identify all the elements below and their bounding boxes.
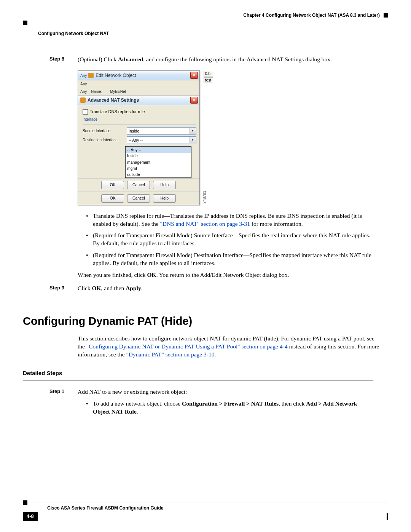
chapter-label: Chapter 4 Configuring Network Object NAT… xyxy=(243,12,380,18)
source-interface-value: Inside xyxy=(129,128,139,134)
advanced-nat-titlebar: Advanced NAT Settings × xyxy=(78,96,199,105)
adv-button-row: OK Cancel Help xyxy=(78,178,199,192)
side-chip-2: test xyxy=(204,77,213,83)
side-chip-1: 0.0. xyxy=(204,71,213,77)
close-icon[interactable]: × xyxy=(190,97,198,104)
name-row: Any Name: MyInsNet xyxy=(78,88,199,96)
adv-title: Advanced NAT Settings xyxy=(88,97,139,103)
page-header: Chapter 4 Configuring Network Object NAT… xyxy=(23,12,388,18)
finish-b: OK xyxy=(147,272,156,278)
footer-rule xyxy=(31,503,388,503)
dns-nat-link[interactable]: "DNS and NAT" section on page 3-31 xyxy=(160,220,250,227)
source-interface-select[interactable]: Inside ▾ xyxy=(127,127,196,135)
intro-paragraph: This section describes how to configure … xyxy=(23,335,388,359)
step9-a: Click xyxy=(78,285,92,291)
section-label: Configuring Network Object NAT xyxy=(23,24,388,37)
help-button[interactable]: Help xyxy=(153,181,176,189)
name-value: MyInsNet xyxy=(110,89,126,94)
step1-bullets: To add a new network object, choose Conf… xyxy=(78,400,381,416)
step1-text: Add NAT to a new or existing network obj… xyxy=(78,388,381,396)
destination-interface-dropdown[interactable]: -- Any -- Inside management mgmt outside xyxy=(125,146,191,178)
close-icon[interactable]: × xyxy=(190,72,198,79)
step8-text-a: (Optional) Click xyxy=(78,56,118,62)
bg-any-row: Any xyxy=(78,80,199,88)
intro-c: . xyxy=(214,351,216,358)
s1b-a: To add a new network object, choose xyxy=(93,400,182,407)
page-number: 4-8 xyxy=(23,512,38,521)
step-1-label: Step 1 xyxy=(23,388,78,420)
step8-bullets: Translate DNS replies for rule—Translate… xyxy=(78,212,381,268)
source-interface-label: Source Interface: xyxy=(83,128,124,134)
finish-a: When you are finished, click xyxy=(78,272,147,278)
s1b-b: Configuration > Firewall > NAT Rules xyxy=(182,400,279,407)
footer-square-icon xyxy=(23,500,27,505)
translate-dns-label: Translate DNS replies for rule xyxy=(90,109,145,115)
step9-c: , and then xyxy=(101,285,126,291)
dropdown-option[interactable]: Inside xyxy=(126,153,191,159)
dynamic-pat-link[interactable]: "Dynamic PAT" section on page 3-10 xyxy=(126,351,214,358)
step-9-label: Step 9 xyxy=(23,284,78,292)
edit-title: Edit Network Object xyxy=(96,72,136,78)
finish-text: When you are finished, click OK. You ret… xyxy=(78,271,381,279)
pat-pool-link[interactable]: "Configuring Dynamic NAT or Dynamic PAT … xyxy=(86,343,288,350)
chevron-down-icon[interactable]: ▾ xyxy=(190,128,196,134)
cancel-button[interactable]: Cancel xyxy=(127,181,150,189)
fieldset-line xyxy=(83,125,196,125)
section-heading: Configuring Dynamic PAT (Hide) xyxy=(23,314,388,329)
step-8-label: Step 8 xyxy=(23,56,78,279)
destination-interface-select[interactable]: -- Any -- ▾ xyxy=(127,136,196,144)
dropdown-option[interactable]: -- Any -- xyxy=(126,147,191,153)
edit-button-row: OK Cancel Help xyxy=(78,192,199,205)
step9-b: OK xyxy=(92,285,101,291)
interface-fieldset-label: Interface xyxy=(83,117,196,123)
finish-c: . You return to the Add/Edit Network Obj… xyxy=(156,272,289,278)
bg-any-1: Any xyxy=(80,73,87,78)
ok-button[interactable]: OK xyxy=(101,181,124,189)
bg-any-2: Any xyxy=(80,81,87,87)
chevron-down-icon[interactable]: ▾ xyxy=(190,137,196,143)
image-id: 248781 xyxy=(202,191,207,205)
step-1: Step 1 Add NAT to a new or existing netw… xyxy=(23,388,388,420)
step1-bullet: To add a new network object, choose Conf… xyxy=(86,400,374,416)
header-square-left-icon xyxy=(23,21,27,25)
destination-interface-label: Destination Interface: xyxy=(83,137,124,143)
bullet-source: (Required for Transparent Firewall Mode)… xyxy=(86,232,374,248)
bullet-dns: Translate DNS replies for rule—Translate… xyxy=(86,212,374,228)
page-footer: Cisco ASA Series Firewall ASDM Configura… xyxy=(23,500,388,521)
dropdown-option[interactable]: mgmt xyxy=(126,165,191,171)
step-9: Step 9 Click OK, and then Apply. xyxy=(23,284,388,292)
destination-interface-value: -- Any -- xyxy=(129,137,143,143)
cancel-button[interactable]: Cancel xyxy=(127,194,150,203)
dropdown-option[interactable]: management xyxy=(126,159,191,165)
detailed-steps-rule xyxy=(23,380,373,380)
step8-text-c: , and configure the following options in… xyxy=(143,56,332,62)
footer-bar-icon xyxy=(387,513,388,520)
s1b-c: , then click xyxy=(279,400,306,407)
footer-title: Cisco ASA Series Firewall ASDM Configura… xyxy=(23,505,388,511)
ok-button[interactable]: OK xyxy=(101,194,124,203)
bullet-dns-b: for more information. xyxy=(250,220,303,227)
edit-network-object-titlebar: Any Edit Network Object × xyxy=(78,71,199,80)
window-icon xyxy=(80,97,86,103)
help-button[interactable]: Help xyxy=(153,194,176,203)
header-square-icon xyxy=(384,13,388,18)
bg-any-3: Any xyxy=(80,89,87,94)
step9-d: Apply xyxy=(126,285,141,291)
header-rule xyxy=(31,23,388,23)
translate-dns-checkbox[interactable] xyxy=(83,109,88,115)
detailed-steps-heading: Detailed Steps xyxy=(23,369,388,377)
side-chip: 0.0. test xyxy=(204,71,213,83)
advanced-nat-dialog-screenshot: Any Edit Network Object × Any Any Name: xyxy=(78,70,207,205)
name-label: Name: xyxy=(91,89,106,94)
step9-e: . xyxy=(141,285,143,291)
bullet-destination: (Required for Transparent Firewall Mode)… xyxy=(86,251,374,267)
step-8: Step 8 (Optional) Click Advanced, and co… xyxy=(23,56,388,279)
dropdown-option[interactable]: outside xyxy=(126,171,191,177)
window-icon xyxy=(88,73,94,78)
s1b-e: . xyxy=(137,408,138,415)
step8-text-bold: Advanced xyxy=(118,56,143,62)
